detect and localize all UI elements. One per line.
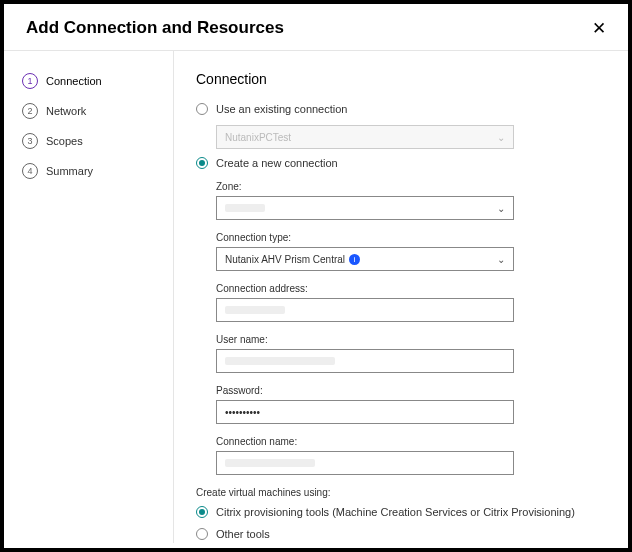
connection-name-input[interactable]	[216, 451, 514, 475]
connection-name-field: Connection name:	[216, 436, 606, 475]
select-value	[225, 204, 265, 212]
select-value: Nutanix AHV Prism Central i	[225, 254, 360, 265]
input-value	[225, 357, 335, 365]
radio-other-tools[interactable]: Other tools	[196, 528, 606, 540]
wizard-sidebar: 1 Connection 2 Network 3 Scopes 4 Summar…	[4, 51, 174, 543]
dialog-title: Add Connection and Resources	[26, 18, 284, 38]
field-label: User name:	[216, 334, 606, 345]
radio-label: Citrix provisioning tools (Machine Creat…	[216, 506, 575, 518]
step-number: 3	[22, 133, 38, 149]
field-label: Zone:	[216, 181, 606, 192]
existing-connection-field: NutanixPCTest ⌄	[216, 125, 606, 149]
vm-tools-label: Create virtual machines using:	[196, 487, 606, 498]
radio-icon	[196, 506, 208, 518]
step-number: 1	[22, 73, 38, 89]
close-icon[interactable]: ✕	[592, 20, 606, 37]
dialog-header: Add Connection and Resources ✕	[4, 4, 628, 51]
username-input[interactable]	[216, 349, 514, 373]
main-panel: Connection Use an existing connection Nu…	[174, 51, 628, 543]
radio-citrix-tools[interactable]: Citrix provisioning tools (Machine Creat…	[196, 506, 606, 518]
step-label: Summary	[46, 165, 93, 177]
input-value: ••••••••••	[225, 407, 260, 418]
step-label: Scopes	[46, 135, 83, 147]
step-label: Network	[46, 105, 86, 117]
dialog-body: 1 Connection 2 Network 3 Scopes 4 Summar…	[4, 51, 628, 543]
connection-address-input[interactable]	[216, 298, 514, 322]
input-value	[225, 459, 315, 467]
step-number: 4	[22, 163, 38, 179]
zone-field: Zone: ⌄	[216, 181, 606, 220]
password-field: Password: ••••••••••	[216, 385, 606, 424]
zone-select[interactable]: ⌄	[216, 196, 514, 220]
field-label: Password:	[216, 385, 606, 396]
chevron-down-icon: ⌄	[497, 203, 505, 214]
connection-type-select[interactable]: Nutanix AHV Prism Central i ⌄	[216, 247, 514, 271]
radio-icon	[196, 528, 208, 540]
radio-create-new[interactable]: Create a new connection	[196, 157, 606, 169]
step-summary[interactable]: 4 Summary	[22, 163, 173, 179]
input-value	[225, 306, 285, 314]
field-label: Connection type:	[216, 232, 606, 243]
chevron-down-icon: ⌄	[497, 254, 505, 265]
step-label: Connection	[46, 75, 102, 87]
select-value: NutanixPCTest	[225, 132, 291, 143]
field-label: Connection name:	[216, 436, 606, 447]
panel-heading: Connection	[196, 71, 606, 87]
radio-icon	[196, 157, 208, 169]
select-text: Nutanix AHV Prism Central	[225, 254, 345, 265]
radio-label: Create a new connection	[216, 157, 338, 169]
connection-type-field: Connection type: Nutanix AHV Prism Centr…	[216, 232, 606, 271]
chevron-down-icon: ⌄	[497, 132, 505, 143]
step-scopes[interactable]: 3 Scopes	[22, 133, 173, 149]
step-network[interactable]: 2 Network	[22, 103, 173, 119]
field-label: Connection address:	[216, 283, 606, 294]
step-number: 2	[22, 103, 38, 119]
connection-address-field: Connection address:	[216, 283, 606, 322]
step-connection[interactable]: 1 Connection	[22, 73, 173, 89]
radio-icon	[196, 103, 208, 115]
radio-label: Use an existing connection	[216, 103, 347, 115]
radio-label: Other tools	[216, 528, 270, 540]
username-field: User name:	[216, 334, 606, 373]
info-icon[interactable]: i	[349, 254, 360, 265]
existing-connection-select: NutanixPCTest ⌄	[216, 125, 514, 149]
radio-use-existing[interactable]: Use an existing connection	[196, 103, 606, 115]
password-input[interactable]: ••••••••••	[216, 400, 514, 424]
